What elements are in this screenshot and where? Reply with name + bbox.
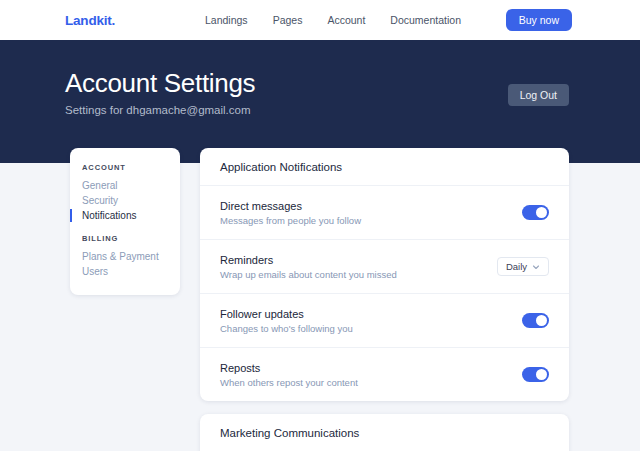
- select-value: Daily: [506, 261, 527, 272]
- row-reposts: Reposts When others repost your content: [200, 348, 569, 401]
- toggle-knob: [536, 207, 547, 218]
- nav-links: Landings Pages Account Documentation: [205, 0, 461, 40]
- row-text: Direct messages Messages from people you…: [220, 200, 361, 226]
- logout-button[interactable]: Log Out: [508, 84, 569, 106]
- row-description: When others repost your content: [220, 377, 358, 388]
- sidebar-item-general[interactable]: General: [82, 178, 168, 193]
- card-title-application-notifications: Application Notifications: [200, 148, 569, 186]
- sidebar-heading-billing: BILLING: [82, 235, 168, 243]
- nav-link-documentation[interactable]: Documentation: [390, 14, 461, 26]
- page-subtitle: Settings for dhgamache@gmail.com: [65, 104, 251, 116]
- sidebar-item-notifications[interactable]: Notifications: [82, 208, 168, 223]
- row-reminders: Reminders Wrap up emails about content y…: [200, 240, 569, 294]
- nav-link-landings[interactable]: Landings: [205, 14, 248, 26]
- sidebar-item-users[interactable]: Users: [82, 264, 168, 279]
- nav-link-pages[interactable]: Pages: [273, 14, 303, 26]
- row-text: Reposts When others repost your content: [220, 362, 358, 388]
- follower-updates-toggle[interactable]: [522, 313, 549, 328]
- sidebar-billing-list: Plans & Payment Users: [82, 249, 168, 279]
- notification-rows: Direct messages Messages from people you…: [200, 186, 569, 401]
- card-title-marketing-communications: Marketing Communications: [200, 414, 569, 451]
- landkit-logo[interactable]: Landkit.: [65, 13, 115, 28]
- row-description: Wrap up emails about content you missed: [220, 269, 397, 280]
- row-description: Changes to who's following you: [220, 323, 353, 334]
- row-text: Reminders Wrap up emails about content y…: [220, 254, 397, 280]
- hero-banner: Account Settings Settings for dhgamache@…: [0, 40, 640, 163]
- chevron-down-icon: [532, 263, 540, 271]
- top-navbar: Landkit. Landings Pages Account Document…: [0, 0, 640, 40]
- row-follower-updates: Follower updates Changes to who's follow…: [200, 294, 569, 348]
- reminders-frequency-select[interactable]: Daily: [497, 257, 549, 276]
- sidebar-item-security[interactable]: Security: [82, 193, 168, 208]
- row-title: Follower updates: [220, 308, 353, 320]
- direct-messages-toggle[interactable]: [522, 205, 549, 220]
- row-description: Messages from people you follow: [220, 215, 361, 226]
- reposts-toggle[interactable]: [522, 367, 549, 382]
- sidebar-item-plans-payment[interactable]: Plans & Payment: [82, 249, 168, 264]
- sidebar-account-list: General Security Notifications: [82, 178, 168, 223]
- row-direct-messages: Direct messages Messages from people you…: [200, 186, 569, 240]
- row-title: Direct messages: [220, 200, 361, 212]
- toggle-knob: [536, 315, 547, 326]
- row-title: Reminders: [220, 254, 397, 266]
- settings-sidebar: ACCOUNT General Security Notifications B…: [70, 148, 180, 295]
- application-notifications-card: Application Notifications Direct message…: [200, 148, 569, 401]
- page-title: Account Settings: [65, 68, 255, 99]
- nav-link-account[interactable]: Account: [327, 14, 365, 26]
- sidebar-heading-account: ACCOUNT: [82, 164, 168, 172]
- row-text: Follower updates Changes to who's follow…: [220, 308, 353, 334]
- marketing-communications-card: Marketing Communications: [200, 414, 569, 451]
- row-title: Reposts: [220, 362, 358, 374]
- toggle-knob: [536, 369, 547, 380]
- buy-now-button[interactable]: Buy now: [506, 9, 572, 31]
